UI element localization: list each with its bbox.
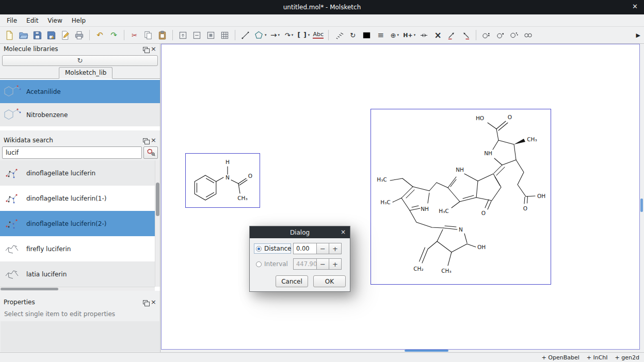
interval-option[interactable]: Interval	[254, 259, 291, 269]
float-panel-icon[interactable]	[143, 300, 148, 304]
dialog-titlebar[interactable]: Dialog ×	[250, 226, 350, 238]
scrollbar-thumb[interactable]	[1, 288, 58, 290]
hatch-bond-icon	[334, 30, 344, 40]
status-gen2d[interactable]: + gen2d	[615, 354, 639, 361]
new-file-button[interactable]	[3, 28, 17, 42]
frame-item-button[interactable]	[204, 28, 218, 42]
wikidata-vertical-scrollbar[interactable]	[155, 160, 160, 287]
cut-button[interactable]: ✂	[127, 28, 141, 42]
optimize-tool-button[interactable]	[521, 28, 535, 42]
frame-grid-button[interactable]	[218, 28, 232, 42]
refresh-library-button[interactable]: ↻	[2, 55, 158, 66]
wikidata-horizontal-scrollbar[interactable]	[0, 287, 155, 291]
dialog-close-button[interactable]: ×	[341, 228, 346, 236]
float-panel-icon[interactable]	[143, 47, 148, 51]
bracket-tool-button[interactable]: [ ]▾	[296, 28, 312, 42]
lone-pair-tool-icon	[481, 30, 491, 40]
text-tool-button[interactable]: Abc	[311, 28, 325, 42]
distance-increment-button[interactable]: +	[329, 243, 342, 254]
atom-label: O	[481, 210, 486, 216]
list-item[interactable]: dinoflagellate luciferin	[0, 160, 155, 186]
molecule-thumbnail	[2, 163, 23, 184]
molecule-name: dinoflagellate luciferin	[26, 170, 95, 177]
canvas-area: H N O CH₃	[160, 44, 644, 352]
menu-edit[interactable]: Edit	[22, 15, 43, 26]
acetanilide-molecule-selection[interactable]: H N O CH₃	[185, 153, 260, 208]
interval-label: Interval	[264, 260, 288, 268]
toolbar-overflow-button[interactable]: ▶	[636, 32, 641, 39]
align-tool-2-button[interactable]	[459, 28, 473, 42]
interval-increment-button: +	[329, 258, 342, 270]
draw-ring-button[interactable]: ▾	[252, 28, 268, 42]
scrollbar-thumb[interactable]	[156, 183, 159, 216]
list-item[interactable]: dinoflagellate luciferin(2-)	[0, 211, 155, 236]
list-item[interactable]: Nitrobenzene	[0, 103, 160, 126]
dropdown-arrow-icon[interactable]: ▾	[308, 33, 310, 37]
list-item[interactable]: latia luciferin	[0, 261, 155, 287]
print-document-button[interactable]	[72, 28, 86, 42]
close-panel-icon[interactable]: ×	[151, 137, 156, 143]
hydrogen-tool-button[interactable]: H+▾	[401, 28, 417, 42]
distance-spinbox[interactable]: 0.00	[293, 243, 317, 254]
dropdown-arrow-icon[interactable]: ▾	[292, 33, 294, 37]
close-panel-icon[interactable]: ×	[151, 299, 156, 305]
list-item[interactable]: Acetanilide	[0, 80, 160, 103]
electron-pair-tool-button[interactable]	[507, 28, 521, 42]
dropdown-arrow-icon[interactable]: ▾	[278, 33, 280, 37]
align-tool-1-button[interactable]	[445, 28, 459, 42]
interval-radio[interactable]	[256, 261, 262, 267]
status-inchi[interactable]: + InChI	[587, 354, 608, 361]
mechanism-arrow-button[interactable]: ↷▾	[282, 28, 296, 42]
dropdown-arrow-icon[interactable]: ▾	[414, 33, 416, 37]
mirror-tool-button[interactable]	[417, 28, 431, 42]
delete-tool-button[interactable]: ×	[431, 28, 445, 42]
distance-row: Distance 0.00 − +	[254, 243, 346, 254]
list-item[interactable]: dinoflagellate luciferin(1-)	[0, 186, 155, 211]
edit-document-icon	[60, 30, 70, 40]
undo-button[interactable]: ↶	[93, 28, 107, 42]
frame-remove-button[interactable]	[190, 28, 204, 42]
save-file-as-button[interactable]	[44, 28, 58, 42]
menu-file[interactable]: File	[2, 15, 22, 26]
frame-add-button[interactable]	[176, 28, 190, 42]
copy-button[interactable]	[141, 28, 155, 42]
open-file-button[interactable]	[17, 28, 30, 42]
drawing-canvas[interactable]: H N O CH₃	[161, 44, 640, 350]
canvas-horizontal-scrollbar-thumb[interactable]	[405, 350, 448, 352]
canvas-vertical-scrollbar-thumb[interactable]	[640, 199, 643, 212]
paste-button[interactable]	[155, 28, 169, 42]
luciferin-structure: HO O CH₃ NH OH O NH H₃C H₃C NH H₃C O N O…	[371, 109, 551, 284]
cancel-button[interactable]: Cancel	[276, 275, 308, 287]
menu-view[interactable]: View	[43, 15, 67, 26]
wikidata-search-button[interactable]	[143, 146, 158, 159]
line-width-button[interactable]: ≡	[374, 28, 388, 42]
dropdown-arrow-icon[interactable]: ▾	[265, 33, 267, 37]
close-panel-icon[interactable]: ×	[151, 45, 156, 52]
distance-option[interactable]: Distance	[254, 243, 291, 254]
save-file-button[interactable]	[30, 28, 44, 42]
menu-help[interactable]: Help	[67, 15, 90, 26]
tab-molsketch-lib[interactable]: Molsketch_lib	[59, 67, 112, 79]
ok-button[interactable]: OK	[313, 275, 346, 287]
list-item[interactable]: firefly luciferin	[0, 236, 155, 261]
distance-radio[interactable]	[256, 246, 262, 252]
redo-button[interactable]: ↷	[107, 28, 121, 42]
molecule-name: dinoflagellate luciferin(2-)	[26, 220, 106, 227]
draw-bond-button[interactable]	[238, 28, 252, 42]
wikidata-search-input[interactable]	[2, 146, 142, 159]
reaction-arrow-button[interactable]: →▾	[268, 28, 282, 42]
dropdown-arrow-icon[interactable]: ▾	[397, 33, 399, 37]
distance-decrement-button[interactable]: −	[317, 243, 329, 254]
radical-tool-button[interactable]	[493, 28, 507, 42]
color-picker-button[interactable]	[360, 28, 374, 42]
edit-document-button[interactable]	[58, 28, 72, 42]
luciferin-molecule-selection[interactable]: HO O CH₃ NH OH O NH H₃C H₃C NH H₃C O N O…	[371, 109, 551, 285]
float-panel-icon[interactable]	[143, 138, 148, 142]
window-close-button[interactable]: ✕	[632, 3, 638, 10]
lone-pair-tool-button[interactable]	[479, 28, 493, 42]
charge-tool-button[interactable]: ⊕▾	[388, 28, 401, 42]
rotate-tool-button[interactable]: ↻	[346, 28, 360, 42]
titlebar[interactable]: untitled.mol* - Molsketch ✕	[0, 0, 644, 14]
hatch-bond-button[interactable]	[332, 28, 346, 42]
status-openbabel[interactable]: + OpenBabel	[542, 354, 579, 361]
